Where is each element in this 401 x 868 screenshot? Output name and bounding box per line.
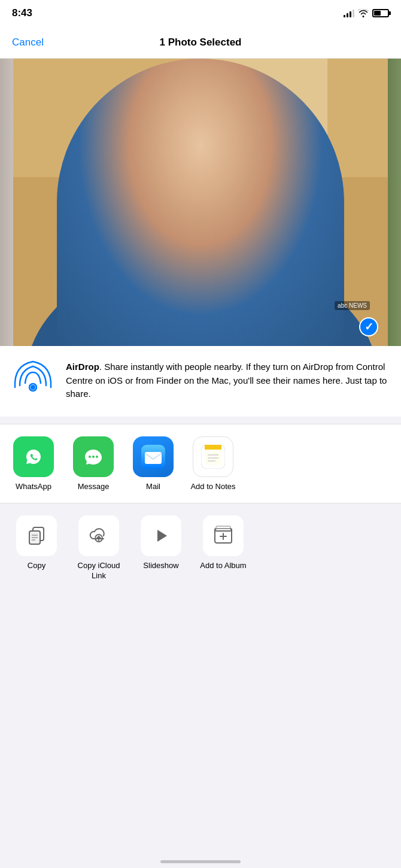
slideshow-icon [150, 525, 172, 547]
status-bar: 8:43 [0, 0, 401, 26]
svg-point-6 [117, 77, 287, 202]
photo-main: abc NEWS ✓ [13, 59, 388, 346]
message-label: Message [78, 482, 110, 491]
photo-checkmark: ✓ [359, 317, 378, 336]
airdrop-section: AirDrop. Share instantly with people nea… [0, 346, 401, 417]
notes-label: Add to Notes [190, 482, 235, 491]
photo-strip: abc NEWS ✓ [0, 59, 401, 346]
svg-point-12 [218, 191, 229, 201]
share-app-whatsapp[interactable]: WhatsApp [10, 436, 57, 491]
copy-icloud-icon-box [78, 515, 119, 556]
share-app-notes[interactable]: Add to Notes [189, 436, 237, 491]
svg-point-8 [249, 139, 312, 253]
share-app-message[interactable]: Message [69, 436, 117, 491]
svg-rect-16 [89, 284, 315, 346]
action-copy[interactable]: Copy [10, 515, 63, 581]
svg-rect-33 [205, 450, 221, 465]
svg-point-25 [96, 456, 98, 458]
mail-icon [133, 436, 174, 477]
svg-rect-1 [13, 59, 388, 177]
home-indicator [160, 860, 241, 863]
status-time: 8:43 [12, 7, 32, 19]
signal-icon [344, 9, 354, 17]
action-copy-icloud[interactable]: Copy iCloud Link [72, 515, 126, 581]
photo-image [13, 59, 388, 346]
copy-icon-box [16, 515, 57, 556]
svg-point-14 [221, 192, 227, 199]
action-add-album[interactable]: Add to Album [196, 515, 250, 581]
mail-label: Mail [146, 482, 160, 491]
page-title: 1 Photo Selected [160, 37, 242, 48]
svg-rect-46 [216, 526, 230, 529]
add-album-icon [212, 525, 234, 547]
whatsapp-icon [13, 436, 54, 477]
photo-side-right [388, 59, 401, 346]
svg-point-13 [177, 192, 183, 199]
svg-point-11 [174, 191, 186, 201]
message-icon [73, 436, 114, 477]
svg-point-15 [192, 205, 211, 230]
svg-point-20 [31, 385, 35, 390]
svg-rect-31 [205, 445, 221, 448]
nav-bar: Cancel 1 Photo Selected [0, 26, 401, 59]
airdrop-title: AirDrop [66, 362, 99, 372]
svg-point-24 [92, 456, 95, 458]
status-icons [344, 9, 389, 17]
svg-point-23 [89, 456, 91, 458]
airdrop-icon [12, 360, 54, 402]
whatsapp-label: WhatsApp [16, 482, 51, 491]
share-apps-row[interactable]: WhatsApp Message [0, 424, 401, 503]
svg-rect-27 [145, 452, 162, 464]
add-album-label: Add to Album [196, 561, 250, 571]
svg-marker-17 [158, 284, 190, 322]
photo-watermark: abc NEWS [335, 301, 370, 310]
svg-point-10 [214, 190, 234, 202]
photo-side-left [0, 59, 13, 346]
copy-icloud-label: Copy iCloud Link [72, 561, 126, 581]
copy-label: Copy [10, 561, 63, 571]
svg-point-4 [151, 234, 252, 297]
copy-icon [26, 525, 47, 547]
notes-icon [193, 436, 233, 477]
svg-marker-18 [214, 284, 246, 322]
svg-point-9 [170, 190, 190, 202]
svg-point-3 [26, 253, 378, 346]
action-row[interactable]: Copy Copy iCloud Link Slideshow [0, 503, 401, 593]
svg-point-5 [120, 99, 284, 294]
share-app-mail[interactable]: Mail [129, 436, 177, 491]
add-album-icon-box [203, 515, 244, 556]
airdrop-description: AirDrop. Share instantly with people nea… [66, 360, 389, 401]
cancel-button[interactable]: Cancel [12, 37, 44, 48]
action-slideshow[interactable]: Slideshow [134, 515, 188, 581]
svg-point-7 [92, 139, 154, 253]
copy-icloud-icon [88, 525, 110, 547]
slideshow-label: Slideshow [134, 561, 188, 571]
wifi-icon [358, 9, 369, 17]
svg-rect-2 [202, 59, 327, 165]
battery-icon [372, 9, 389, 17]
slideshow-icon-box [141, 515, 181, 556]
svg-marker-43 [157, 530, 167, 542]
